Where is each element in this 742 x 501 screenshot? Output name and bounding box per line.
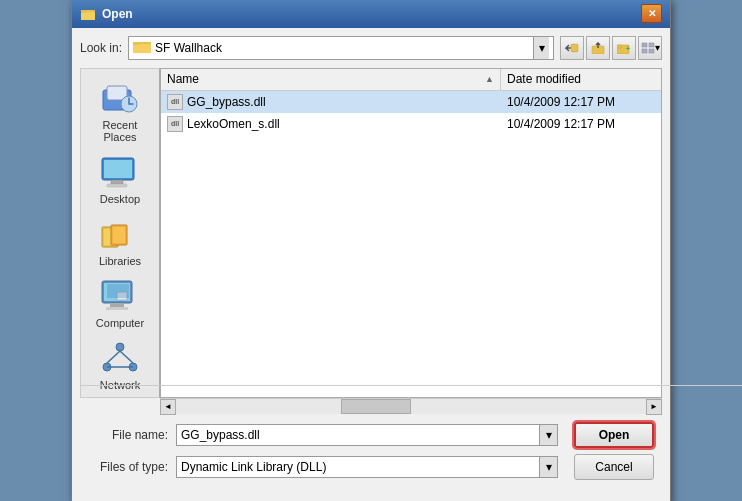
look-in-combo-arrow[interactable]: ▾ <box>533 37 549 59</box>
file-date-cell: 10/4/2009 12:17 PM <box>501 115 661 133</box>
open-button[interactable]: Open <box>574 422 654 448</box>
svg-rect-6 <box>571 44 578 52</box>
file-type-value: Dynamic Link Library (DLL) <box>177 460 539 474</box>
dialog-title: Open <box>102 7 133 21</box>
cancel-action: Cancel <box>574 454 654 480</box>
file-list-header: Name ▲ Date modified <box>161 69 661 91</box>
svg-rect-14 <box>649 49 654 53</box>
sidebar-item-desktop[interactable]: Desktop <box>85 151 155 209</box>
look-in-row: Look in: SF Wallhack ▾ <box>80 36 662 60</box>
horizontal-scrollbar[interactable] <box>160 385 662 398</box>
file-list-panel: Name ▲ Date modified dll GG_bypass.dll 1… <box>160 68 662 398</box>
open-dialog: Open ✕ Look in: SF Wallhack ▾ <box>71 0 671 501</box>
file-date-cell: 10/4/2009 12:17 PM <box>501 93 661 111</box>
svg-rect-25 <box>113 227 125 243</box>
sidebar-item-recent-places-label: Recent Places <box>87 119 153 143</box>
svg-rect-13 <box>642 49 647 53</box>
title-bar: Open ✕ <box>72 0 670 28</box>
svg-rect-31 <box>107 284 129 298</box>
svg-rect-4 <box>133 44 151 53</box>
action-buttons: Open <box>574 422 654 448</box>
svg-rect-5 <box>133 42 140 45</box>
network-icon <box>100 341 140 377</box>
look-in-combo[interactable]: SF Wallhack ▾ <box>128 36 554 60</box>
close-button[interactable]: ✕ <box>641 4 662 23</box>
file-type-combo[interactable]: Dynamic Link Library (DLL) ▾ <box>176 456 558 478</box>
col-name-header[interactable]: Name ▲ <box>161 69 501 90</box>
svg-rect-20 <box>111 180 123 184</box>
scroll-bar-row: ◄ ► <box>160 398 662 414</box>
file-name-value: GG_bypass.dll <box>177 428 539 442</box>
toolbar-buttons: + ▾ <box>560 36 662 60</box>
svg-rect-21 <box>107 184 127 187</box>
sidebar-item-libraries-label: Libraries <box>99 255 141 267</box>
svg-rect-11 <box>642 43 647 47</box>
svg-rect-29 <box>106 307 128 310</box>
svg-line-36 <box>120 351 133 363</box>
bottom-section: File name: GG_bypass.dll ▾ Open Files of… <box>80 414 662 494</box>
table-row[interactable]: dll GG_bypass.dll 10/4/2009 12:17 PM <box>161 91 661 113</box>
dialog-icon <box>80 6 96 22</box>
svg-rect-9 <box>617 45 622 48</box>
svg-rect-1 <box>81 12 95 20</box>
look-in-combo-text: SF Wallhack <box>155 41 533 55</box>
dialog-body: Look in: SF Wallhack ▾ <box>72 28 670 502</box>
svg-text:+: + <box>626 45 630 52</box>
desktop-icon <box>100 155 140 191</box>
svg-rect-2 <box>81 10 87 13</box>
cancel-button[interactable]: Cancel <box>574 454 654 480</box>
sidebar-item-desktop-label: Desktop <box>100 193 140 205</box>
folder-icon <box>133 38 151 57</box>
dll-file-icon: dll <box>167 116 183 132</box>
sidebar-item-libraries[interactable]: Libraries <box>85 213 155 271</box>
dll-file-icon: dll <box>167 94 183 110</box>
svg-line-35 <box>107 351 120 363</box>
sidebar: Recent Places Desktop <box>80 68 160 398</box>
sidebar-item-recent-places[interactable]: Recent Places <box>85 77 155 147</box>
scroll-track <box>176 399 646 414</box>
svg-rect-12 <box>649 43 654 47</box>
views-button[interactable]: ▾ <box>638 36 662 60</box>
libraries-icon <box>100 217 140 253</box>
file-type-row: Files of type: Dynamic Link Library (DLL… <box>88 454 654 480</box>
sidebar-item-computer-label: Computer <box>96 317 144 329</box>
look-in-label: Look in: <box>80 41 122 55</box>
file-name-cell: dll GG_bypass.dll <box>161 92 501 112</box>
scroll-thumb[interactable] <box>341 399 411 414</box>
main-content: Recent Places Desktop <box>80 68 662 398</box>
sidebar-item-computer[interactable]: Computer <box>85 275 155 333</box>
svg-point-32 <box>116 343 124 351</box>
computer-icon <box>100 279 140 315</box>
col-date-header[interactable]: Date modified <box>501 69 661 90</box>
back-button[interactable] <box>560 36 584 60</box>
file-name-row: File name: GG_bypass.dll ▾ Open <box>88 422 654 448</box>
file-type-combo-arrow[interactable]: ▾ <box>539 457 557 477</box>
file-type-label: Files of type: <box>88 460 168 474</box>
file-name-cell: dll LexkoOmen_s.dll <box>161 114 501 134</box>
file-name-combo[interactable]: GG_bypass.dll ▾ <box>176 424 558 446</box>
up-folder-button[interactable] <box>586 36 610 60</box>
svg-rect-19 <box>104 160 132 178</box>
file-name-combo-arrow[interactable]: ▾ <box>539 425 557 445</box>
title-bar-buttons: ✕ <box>641 4 662 23</box>
svg-rect-28 <box>110 303 124 307</box>
recent-places-icon <box>100 81 140 117</box>
new-folder-button[interactable]: + <box>612 36 636 60</box>
file-name-label: File name: <box>88 428 168 442</box>
title-bar-left: Open <box>80 6 133 22</box>
table-row[interactable]: dll LexkoOmen_s.dll 10/4/2009 12:17 PM <box>161 113 661 135</box>
